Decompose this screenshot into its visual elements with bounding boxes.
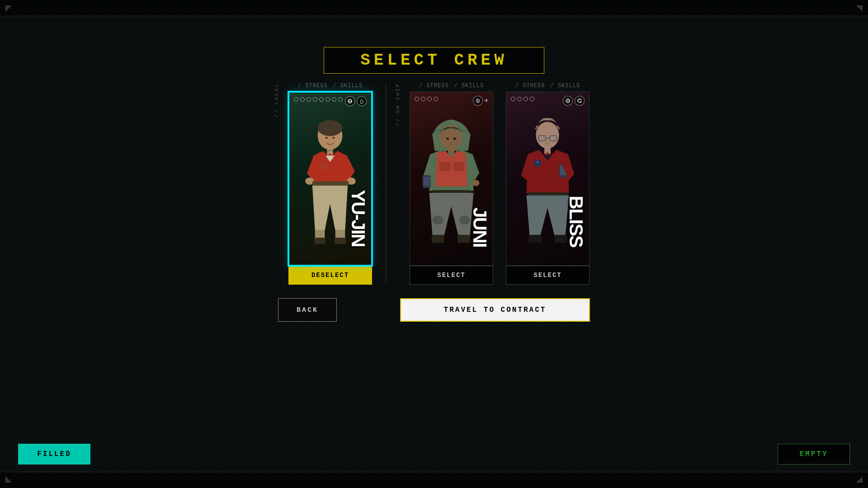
skills-label-2: / SKILLS: [454, 83, 484, 89]
svg-point-29: [472, 180, 479, 186]
local-label: // LOCAL: [274, 83, 279, 127]
svg-point-3: [318, 120, 343, 136]
stress-label-1: / STRESS: [298, 83, 328, 89]
svg-point-20: [440, 125, 462, 150]
svg-rect-24: [439, 162, 450, 171]
svg-point-4: [325, 137, 328, 139]
svg-point-5: [332, 137, 335, 139]
filled-button[interactable]: FILLED: [18, 444, 90, 465]
svg-rect-39: [550, 136, 557, 141]
svg-rect-28: [424, 177, 430, 186]
svg-rect-25: [453, 162, 465, 171]
svg-rect-12: [314, 238, 326, 244]
on-ship-section: // ON SHIP / STRESS / SKILLS: [386, 83, 594, 285]
bottom-nav: BACK TRAVEL TO CONTRACT: [278, 298, 590, 322]
svg-point-37: [536, 122, 559, 148]
bottom-bar: [0, 472, 868, 488]
travel-to-contract-button[interactable]: TRAVEL TO CONTRACT: [400, 298, 590, 322]
main-content: SELECT CREW // LOCAL / STRESS / SKILLS: [0, 16, 868, 472]
on-ship-label: // ON SHIP: [395, 83, 401, 135]
skills-label-3: / SKILLS: [551, 83, 580, 89]
svg-rect-9: [312, 181, 349, 186]
back-button[interactable]: BACK: [278, 298, 337, 322]
card-group-juni: / STRESS / SKILLS: [405, 83, 498, 285]
bliss-stats-header: / STRESS / SKILLS: [515, 83, 580, 89]
juni-stats-header: / STRESS / SKILLS: [419, 83, 484, 89]
yu-jin-name: YU-JIN: [349, 190, 368, 247]
page-title: SELECT CREW: [360, 51, 508, 70]
deselect-yu-jin-button[interactable]: DESELECT: [288, 266, 372, 285]
svg-rect-10: [315, 230, 325, 239]
svg-rect-49: [528, 235, 541, 243]
juni-name: JUNI: [470, 207, 489, 247]
svg-rect-34: [458, 235, 470, 243]
crew-layout: // LOCAL / STRESS / SKILLS: [274, 83, 594, 285]
svg-point-22: [453, 137, 456, 140]
yu-jin-stats-header: / STRESS / SKILLS: [298, 83, 363, 89]
card-group-yu-jin: / STRESS / SKILLS: [284, 83, 377, 285]
character-card-bliss[interactable]: BLISS: [506, 92, 590, 266]
character-card-yu-jin[interactable]: YU-JIN: [288, 92, 372, 266]
stress-label-3: / STRESS: [515, 83, 545, 89]
select-juni-button[interactable]: SELECT: [410, 266, 493, 285]
svg-rect-11: [335, 230, 345, 239]
svg-rect-33: [431, 235, 444, 243]
title-box: SELECT CREW: [324, 47, 544, 74]
top-bar: [0, 0, 868, 16]
svg-rect-38: [538, 136, 546, 141]
bliss-name: BLISS: [566, 196, 585, 247]
card-group-bliss: / STRESS / SKILLS: [501, 83, 594, 285]
empty-button[interactable]: EMPTY: [778, 444, 850, 465]
select-bliss-button[interactable]: SELECT: [506, 266, 590, 285]
svg-point-15: [322, 165, 325, 168]
svg-point-32: [459, 216, 470, 225]
character-card-juni[interactable]: +: [410, 92, 493, 266]
title-container: SELECT CREW: [324, 47, 544, 74]
stress-label-2: / STRESS: [419, 83, 449, 89]
local-section: // LOCAL / STRESS / SKILLS: [274, 83, 386, 285]
svg-point-31: [432, 216, 443, 225]
skills-label-1: / SKILLS: [333, 83, 363, 89]
svg-point-21: [446, 137, 449, 140]
svg-rect-13: [335, 238, 346, 244]
